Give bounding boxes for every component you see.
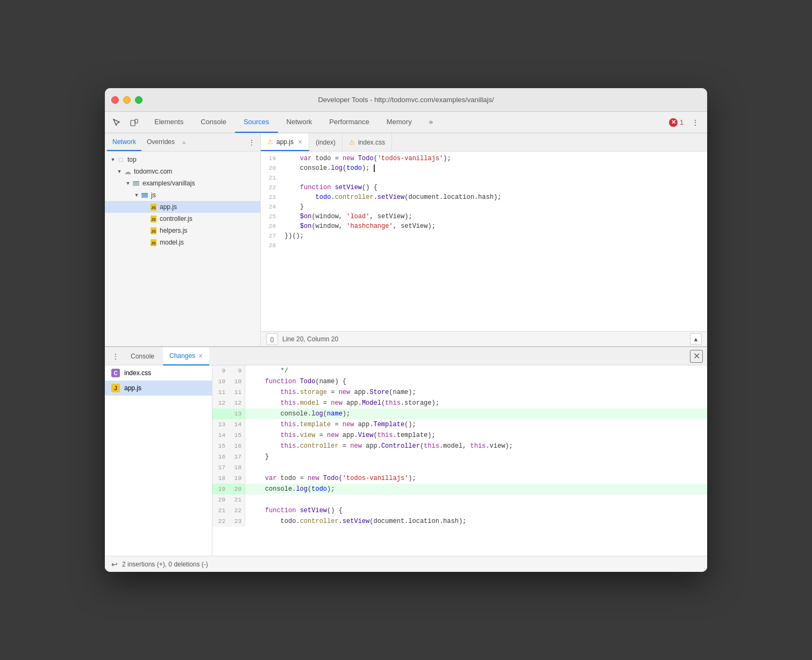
code-line-27: 27 })(); xyxy=(261,231,707,241)
tree-label-js: js xyxy=(151,191,156,199)
svg-text:JS: JS xyxy=(151,218,156,221)
diff-line-18-19: 18 19 var todo = new Todo('todos-vanilla… xyxy=(212,473,707,484)
sidebar-tab-network[interactable]: Network xyxy=(107,133,141,151)
tab-memory[interactable]: Memory xyxy=(378,112,421,133)
tree-item-examples[interactable]: examples/vanillajs xyxy=(105,177,260,189)
diff-editor[interactable]: 9 9 */ 10 10 function Todo(name) { xyxy=(212,365,707,556)
changes-file-label-indexcss: index.css xyxy=(124,369,151,377)
bottom-status-bar: ↩ 2 insertions (+), 0 deletions (-) xyxy=(105,556,707,572)
tab-more[interactable]: » xyxy=(421,112,441,133)
close-bottom-panel-button[interactable]: ✕ xyxy=(690,350,703,363)
undo-icon[interactable]: ↩ xyxy=(111,560,118,569)
close-tab-appjs[interactable]: × xyxy=(298,138,302,146)
sidebar-more-button[interactable]: ⋮ xyxy=(245,136,258,149)
more-options-button[interactable]: ⋮ xyxy=(688,115,703,130)
diff-line-14-15: 14 15 this.view = new app.View(this.temp… xyxy=(212,430,707,441)
editor-tab-appjs[interactable]: ⚠ app.js × xyxy=(261,133,309,151)
changes-file-indexcss[interactable]: C index.css xyxy=(105,365,212,381)
line-content-25: $on(window, 'load', setView); xyxy=(282,212,707,221)
code-line-25: 25 $on(window, 'load', setView); xyxy=(261,212,707,221)
diff-line-added-13: 13 console.log(name); xyxy=(212,408,707,419)
diff-line-nums-17-18: 17 18 xyxy=(212,462,245,473)
sources-sidebar: Network Overrides » ⋮ □ top xyxy=(105,133,261,346)
tab-console[interactable]: Console xyxy=(192,112,235,133)
sidebar-tab-more[interactable]: » xyxy=(182,139,186,146)
toolbar-icons xyxy=(109,115,141,130)
diff-content-22-23: todo.controller.setView(document.locatio… xyxy=(245,516,707,527)
tree-item-modeljs[interactable]: JS model.js xyxy=(105,236,260,248)
tree-label-examples: examples/vanillajs xyxy=(143,180,195,187)
code-line-22: 22 function setView() { xyxy=(261,183,707,192)
editor-status-bar: {} Line 20, Column 20 ▲ xyxy=(261,331,707,346)
tree-item-controllerjs[interactable]: JS controller.js xyxy=(105,213,260,225)
bottom-tab-changes[interactable]: Changes × xyxy=(163,347,209,365)
tree-item-js[interactable]: js xyxy=(105,189,260,201)
cursor-position: Line 20, Column 20 xyxy=(282,335,338,343)
line-content-24: } xyxy=(282,202,707,212)
svg-text:JS: JS xyxy=(151,206,156,210)
diff-line-nums-20-21: 20 21 xyxy=(212,494,245,505)
inspect-element-button[interactable] xyxy=(109,115,124,130)
diff-line-added-20: 19 20 console.log(todo); xyxy=(212,484,707,494)
tree-item-top[interactable]: □ top xyxy=(105,154,260,166)
sidebar-tab-overrides[interactable]: Overrides xyxy=(141,133,180,151)
line-num-20: 20 xyxy=(261,163,282,173)
js-file-icon-controllerjs: JS xyxy=(149,214,158,223)
bottom-more-button[interactable]: ⋮ xyxy=(109,350,122,363)
error-badge: ✕ 1 xyxy=(669,118,683,127)
code-line-24: 24 } xyxy=(261,202,707,212)
tab-elements[interactable]: Elements xyxy=(146,112,192,133)
line-content-22: function setView() { xyxy=(282,183,707,192)
diff-content-18-19: var todo = new Todo('todos-vanillajs'); xyxy=(245,473,707,484)
line-content-19: var todo = new Todo('todos-vanillajs'); xyxy=(282,154,707,163)
line-num-22: 22 xyxy=(261,183,282,192)
diff-line-nums-added-20: 19 20 xyxy=(212,484,245,494)
minimize-button[interactable] xyxy=(123,96,131,104)
diff-content-12: this.model = new app.Model(this.storage)… xyxy=(245,398,707,408)
tab-performance[interactable]: Performance xyxy=(320,112,377,133)
traffic-lights xyxy=(111,96,143,104)
diff-content-16-17: } xyxy=(245,451,707,462)
bottom-tab-console[interactable]: Console xyxy=(124,347,161,365)
diff-line-21-22: 21 22 function setView() { xyxy=(212,505,707,516)
close-changes-tab[interactable]: × xyxy=(198,351,203,360)
svg-rect-5 xyxy=(141,194,148,198)
main-content: Network Overrides » ⋮ □ top xyxy=(105,133,707,572)
changes-file-label-appjs: app.js xyxy=(124,384,141,392)
diff-line-13-14: 13 14 this.template = new app.Template()… xyxy=(212,419,707,430)
diff-line-11: 11 11 this.storage = new app.Store(name)… xyxy=(212,387,707,398)
sources-panel: Network Overrides » ⋮ □ top xyxy=(105,133,707,346)
line-num-19: 19 xyxy=(261,154,282,163)
error-icon: ✕ xyxy=(669,118,678,127)
tree-item-helpersjs[interactable]: JS helpers.js xyxy=(105,225,260,236)
editor-tab-label-appjs: app.js xyxy=(276,138,294,146)
tab-sources[interactable]: Sources xyxy=(235,112,278,133)
editor-tab-indexcss[interactable]: ⚠ index.css xyxy=(343,133,392,151)
maximize-button[interactable] xyxy=(135,96,143,104)
diff-content-11: this.storage = new app.Store(name); xyxy=(245,387,707,398)
sidebar-tab-bar: Network Overrides » ⋮ xyxy=(105,133,260,152)
svg-text:JS: JS xyxy=(151,241,156,245)
tree-item-appjs[interactable]: JS app.js xyxy=(105,201,260,213)
diff-line-nums-12: 12 12 xyxy=(212,398,245,408)
editor-tab-index[interactable]: (index) xyxy=(309,133,343,151)
line-num-24: 24 xyxy=(261,202,282,212)
changes-file-appjs[interactable]: J app.js xyxy=(105,381,212,396)
status-bar-left: {} Line 20, Column 20 xyxy=(266,333,338,345)
code-editor[interactable]: 19 var todo = new Todo('todos-vanillajs'… xyxy=(261,152,707,331)
bottom-toolbar: ⋮ Console Changes × ✕ xyxy=(105,347,707,365)
device-toggle-button[interactable] xyxy=(126,115,141,130)
bottom-panel: ⋮ Console Changes × ✕ C index.css xyxy=(105,346,707,572)
go-to-line-button[interactable]: ▲ xyxy=(690,333,702,345)
code-line-19: 19 var todo = new Todo('todos-vanillajs'… xyxy=(261,154,707,163)
format-button[interactable]: {} xyxy=(266,333,278,345)
file-tree: □ top ☁ todomvc.com xyxy=(105,152,260,346)
diff-line-16-17: 16 17 } xyxy=(212,451,707,462)
warning-icon-appjs: ⚠ xyxy=(267,138,273,146)
close-button[interactable] xyxy=(111,96,119,104)
diff-line-nums-22-23: 22 23 xyxy=(212,516,245,527)
line-content-27: })(); xyxy=(282,231,707,241)
js-file-icon-appjs: JS xyxy=(149,203,158,211)
tab-network[interactable]: Network xyxy=(278,112,321,133)
tree-item-todomvc[interactable]: ☁ todomvc.com xyxy=(105,166,260,177)
